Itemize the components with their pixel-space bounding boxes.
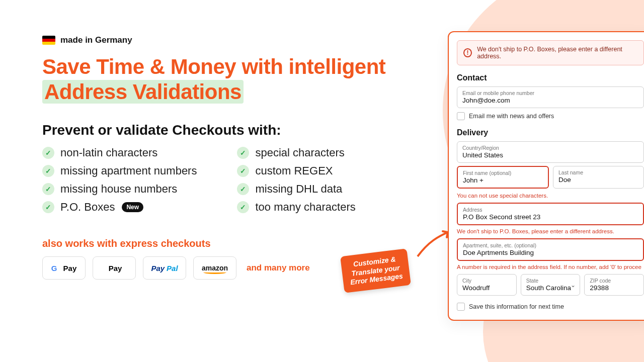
checkout-panel: ! We don't ship to P.O. Boxes, please en… bbox=[448, 31, 644, 321]
check-icon: ✓ bbox=[237, 183, 249, 195]
feature-item: ✓custom REGEX bbox=[237, 164, 355, 177]
state-field[interactable]: State South Carolina ⌄ bbox=[521, 274, 581, 296]
check-icon: ✓ bbox=[237, 147, 249, 159]
apartment-error: A number is required in the address fiel… bbox=[457, 264, 644, 270]
paypal-logo: PayPal bbox=[143, 256, 186, 280]
city-field[interactable]: City Woodruff bbox=[457, 274, 517, 296]
germany-flag-icon bbox=[42, 36, 55, 45]
subheading: Prevent or validate Checkouts with: bbox=[42, 122, 394, 138]
amazon-logo: amazon bbox=[193, 256, 236, 280]
feature-item: ✓missing house numbers bbox=[42, 183, 197, 196]
feature-item: ✓P.O. BoxesNew bbox=[42, 201, 197, 214]
feature-item: ✓missing apartment numbers bbox=[42, 164, 197, 177]
arrow-icon bbox=[414, 226, 454, 266]
feature-item: ✓special characters bbox=[237, 146, 355, 159]
chevron-down-icon: ⌄ bbox=[571, 282, 576, 289]
alert-icon: ! bbox=[463, 48, 472, 57]
delivery-heading: Delivery bbox=[457, 128, 644, 137]
headline-pre: Save Time & Money with intelligent bbox=[42, 55, 385, 78]
new-badge: New bbox=[122, 202, 143, 212]
headline-highlight: Address Validations bbox=[42, 80, 244, 104]
feature-list: ✓non-latin characters ✓missing apartment… bbox=[42, 146, 394, 214]
alert-text: We don't ship to P.O. Boxes, please ente… bbox=[477, 46, 637, 60]
address-field[interactable]: Address P.O Box Second street 23 bbox=[457, 203, 644, 225]
email-field[interactable]: Email or mobile phone number John@doe.co… bbox=[457, 86, 644, 108]
first-name-field[interactable]: First name (optional) John + bbox=[457, 166, 549, 189]
apartment-field[interactable]: Apartment, suite, etc. (optional) Doe Ap… bbox=[457, 238, 644, 261]
and-many-more: and many more bbox=[247, 263, 310, 273]
check-icon: ✓ bbox=[42, 165, 54, 177]
feature-item: ✓missing DHL data bbox=[237, 183, 355, 196]
made-in-row: made in Germany bbox=[42, 35, 394, 45]
check-icon: ✓ bbox=[237, 165, 249, 177]
save-info-row[interactable]: Save this information for next time bbox=[457, 303, 644, 311]
top-alert: ! We don't ship to P.O. Boxes, please en… bbox=[457, 40, 644, 65]
checkbox-icon[interactable] bbox=[457, 112, 465, 120]
check-icon: ✓ bbox=[42, 201, 54, 213]
checkbox-icon[interactable] bbox=[457, 303, 465, 311]
feature-item: ✓non-latin characters bbox=[42, 146, 197, 159]
check-icon: ✓ bbox=[42, 183, 54, 195]
headline: Save Time & Money with intelligent Addre… bbox=[42, 54, 394, 104]
contact-heading: Contact bbox=[457, 73, 644, 82]
zip-field[interactable]: ZIP code 29388 bbox=[584, 274, 644, 296]
feature-item: ✓too many characters bbox=[237, 201, 355, 214]
check-icon: ✓ bbox=[42, 147, 54, 159]
first-name-error: You can not use special characters. bbox=[457, 193, 644, 199]
last-name-field[interactable]: Last name Doe bbox=[553, 166, 644, 189]
country-field[interactable]: Country/Region United States bbox=[457, 141, 644, 163]
news-checkbox-row[interactable]: Email me with news and offers bbox=[457, 112, 644, 120]
gpay-logo: G Pay bbox=[42, 256, 86, 280]
also-works-heading: also works with express checkouts bbox=[42, 238, 394, 249]
made-in-label: made in Germany bbox=[60, 35, 132, 45]
applepay-logo: Pay bbox=[93, 256, 136, 280]
address-error: We don't ship to P.O. Boxes, please ente… bbox=[457, 228, 644, 234]
check-icon: ✓ bbox=[237, 201, 249, 213]
callout-bubble: Customize & Translate your Error Message… bbox=[340, 248, 411, 293]
